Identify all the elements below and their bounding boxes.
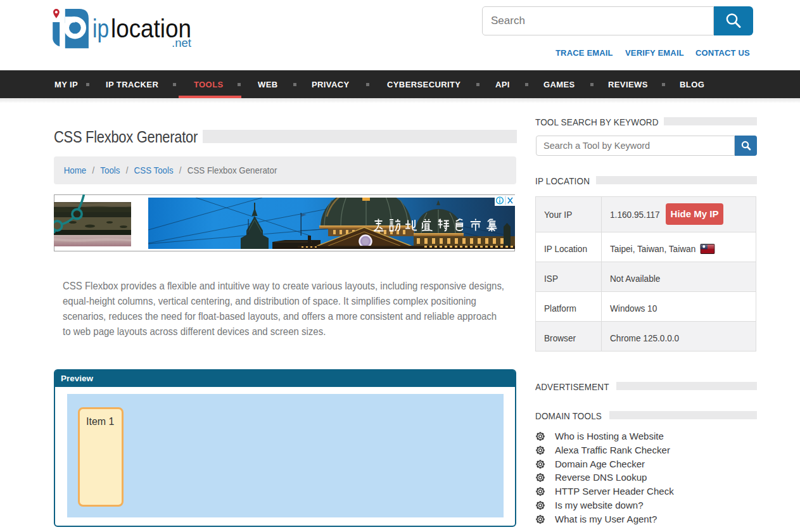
- svg-text:.net: .net: [172, 37, 191, 49]
- svg-text:ip: ip: [92, 15, 109, 42]
